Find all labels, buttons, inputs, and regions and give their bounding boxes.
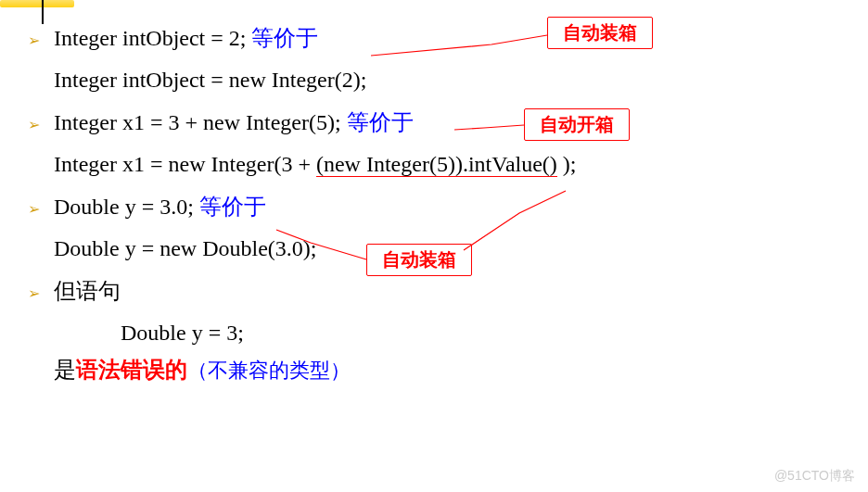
code-segment-underlined: (new Integer(5)).intValue()	[316, 152, 557, 177]
line-7: ➢ 但语句	[28, 276, 840, 306]
bullet-icon: ➢	[28, 32, 43, 49]
code-text: Double y = 3.0; 等价于	[54, 192, 266, 221]
code-segment: Double y = 3.0;	[54, 195, 194, 219]
bullet-icon: ➢	[28, 116, 43, 133]
line-9: 是语法错误的（不兼容的类型）	[54, 355, 840, 385]
code-segment-a: Integer x1 = new Integer(3 +	[54, 152, 316, 176]
equiv-label: 等价于	[194, 195, 266, 219]
text-segment: 是语法错误的（不兼容的类型）	[54, 355, 351, 385]
callout-autounbox: 自动开箱	[524, 108, 630, 141]
code-segment: Integer intObject = 2;	[54, 26, 246, 50]
line-2: Integer intObject = new Integer(2);	[54, 68, 840, 93]
line-3: ➢ Integer x1 = 3 + new Integer(5); 等价于	[28, 107, 840, 137]
callout-autobox-2: 自动装箱	[366, 244, 472, 276]
equiv-label: 等价于	[341, 110, 414, 134]
line-4: Integer x1 = new Integer(3 + (new Intege…	[54, 152, 840, 177]
code-segment-c: );	[557, 152, 577, 176]
highlight-decoration	[0, 0, 74, 7]
text-segment: 但语句	[54, 276, 121, 306]
code-text: Double y = new Double(3.0);	[54, 236, 316, 261]
equiv-label: 等价于	[246, 26, 318, 50]
code-segment: Integer x1 = 3 + new Integer(5);	[54, 110, 341, 134]
slide-content: ➢ Integer intObject = 2; 等价于 Integer int…	[0, 0, 868, 418]
code-text: Integer x1 = 3 + new Integer(5); 等价于	[54, 107, 414, 137]
text-a: 是	[54, 358, 76, 382]
error-text: 语法错误的	[76, 358, 187, 382]
watermark: @51CTO博客	[774, 468, 855, 485]
code-text: Integer intObject = new Integer(2);	[54, 68, 366, 93]
text-cursor	[42, 0, 44, 24]
note-text: （不兼容的类型）	[187, 359, 351, 382]
code-text: Integer intObject = 2; 等价于	[54, 23, 318, 53]
line-8: Double y = 3;	[121, 321, 840, 346]
code-text: Double y = 3;	[121, 321, 244, 346]
bullet-icon: ➢	[28, 284, 43, 302]
callout-autobox-1: 自动装箱	[547, 17, 653, 49]
bullet-icon: ➢	[28, 200, 43, 218]
code-text: Integer x1 = new Integer(3 + (new Intege…	[54, 152, 577, 177]
line-1: ➢ Integer intObject = 2; 等价于	[28, 23, 840, 53]
line-5: ➢ Double y = 3.0; 等价于	[28, 192, 840, 221]
